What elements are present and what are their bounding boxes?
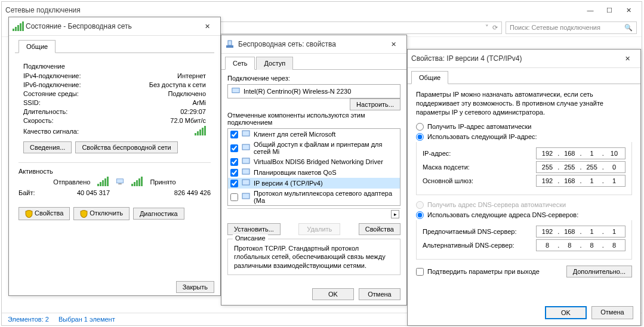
gateway-field[interactable]: 192.168.1.1 (536, 175, 625, 187)
component-item[interactable]: VirtualBox NDIS6 Bridged Networking Driv… (228, 156, 400, 167)
explorer-title: Сетевые подключения (5, 6, 581, 14)
search-input[interactable]: Поиск: Сетевые подключения 🔍 (506, 21, 637, 34)
component-properties-button[interactable]: Свойства (359, 223, 400, 235)
activity-sent-bars-icon (97, 177, 109, 187)
wifi-status-window: Состояние - Беспроводная сеть Общие Подк… (8, 17, 221, 296)
component-label: Протокол мультиплексора сетевого адаптер… (254, 190, 398, 204)
component-label: VirtualBox NDIS6 Bridged Networking Driv… (254, 158, 383, 165)
radio-dns-manual-input[interactable] (416, 211, 424, 219)
radio-dns-auto-input (416, 201, 424, 209)
component-label: Клиент для сетей Microsoft (254, 131, 335, 138)
svg-rect-10 (242, 169, 249, 174)
bytes-sent: 40 045 317 (54, 189, 133, 196)
diagnose-button[interactable]: Диагностика (133, 208, 184, 220)
cancel-button[interactable]: Отмена (359, 288, 400, 300)
component-item[interactable]: Планировщик пакетов QoS (228, 167, 400, 178)
svg-rect-7 (242, 131, 249, 136)
validate-checkbox-row[interactable]: Подтвердить параметры при выходе (416, 268, 540, 276)
minimize-button[interactable] (581, 4, 600, 17)
chevron-down-icon[interactable]: ˅ (485, 24, 489, 32)
shield-icon (25, 210, 33, 218)
radio-ip-auto[interactable]: Получить IP-адрес автоматически (416, 123, 632, 131)
media-value: Подключено (168, 90, 206, 97)
svg-rect-5 (228, 41, 232, 45)
component-item[interactable]: Протокол мультиплексора сетевого адаптер… (228, 189, 400, 205)
configure-button[interactable]: Настроить... (350, 98, 400, 110)
cancel-button[interactable]: Отмена (591, 306, 633, 319)
activity-recv-bars-icon (131, 177, 143, 187)
close-button[interactable]: Закрыть (176, 281, 214, 293)
refresh-icon[interactable]: ⟳ (492, 24, 498, 32)
component-checkbox[interactable] (230, 158, 238, 166)
ok-button[interactable]: OK (545, 306, 587, 319)
duration-value: 02:29:07 (180, 108, 206, 115)
close-icon[interactable] (384, 38, 403, 51)
radio-ip-manual-input[interactable] (416, 133, 424, 141)
description-heading: Описание (233, 235, 268, 242)
component-label: IP версии 4 (TCP/IPv4) (254, 180, 323, 187)
adapter-name-box: Intel(R) Centrino(R) Wireless-N 2230 (227, 84, 400, 98)
details-button[interactable]: Сведения... (23, 141, 72, 153)
component-checkbox[interactable] (230, 131, 238, 138)
adapter-icon (225, 39, 235, 49)
maximize-button[interactable] (600, 4, 619, 17)
component-icon (242, 144, 250, 152)
disable-button[interactable]: Отключить (73, 207, 130, 220)
svg-rect-8 (242, 144, 249, 150)
component-item[interactable]: Клиент для сетей Microsoft (228, 129, 400, 140)
close-button[interactable] (619, 4, 638, 17)
tab-access[interactable]: Доступ (256, 57, 293, 70)
component-checkbox[interactable] (230, 193, 238, 201)
tab-network[interactable]: Сеть (225, 57, 255, 70)
preferred-dns-field[interactable]: 192.168.1.1 (536, 226, 625, 237)
intro-text: Параметры IP можно назначать автоматичес… (416, 90, 632, 117)
components-listbox[interactable]: Клиент для сетей Microsoft Общий доступ … (227, 128, 400, 206)
connect-using-label: Подключение через: (227, 75, 400, 82)
ipv4-window-title: Свойства: IP версии 4 (TCP/IPv4) (411, 54, 618, 63)
adapter-name: Intel(R) Centrino(R) Wireless-N 2230 (244, 88, 351, 95)
ipv4-label: IPv4-подключение: (23, 72, 177, 79)
scroll-right-icon[interactable]: ▸ (391, 210, 399, 218)
component-icon (242, 158, 250, 166)
close-icon[interactable] (198, 20, 217, 33)
validate-checkbox[interactable] (416, 268, 424, 276)
subnet-mask-field[interactable]: 255.255.255.0 (536, 161, 625, 173)
wireless-properties-button[interactable]: Свойства беспроводной сети (75, 141, 177, 153)
alternate-dns-field[interactable]: 8.8.8.8 (536, 239, 625, 251)
ipv4-properties-window: Свойства: IP версии 4 (TCP/IPv4) Общие П… (407, 49, 641, 326)
component-item[interactable]: Драйвер протокола LLDP (Майкрософт) (228, 205, 400, 206)
tab-general[interactable]: Общие (411, 71, 448, 84)
shield-icon (80, 210, 88, 218)
advanced-button[interactable]: Дополнительно... (566, 266, 632, 277)
radio-ip-manual[interactable]: Использовать следующий IP-адрес: (416, 133, 632, 141)
search-icon: 🔍 (624, 24, 633, 32)
ok-button[interactable]: OK (312, 288, 354, 300)
svg-rect-6 (232, 88, 239, 93)
component-item[interactable]: IP версии 4 (TCP/IPv4) (228, 178, 400, 189)
install-button[interactable]: Установить... (227, 223, 281, 235)
ip-address-field[interactable]: 192.168.1.10 (536, 147, 625, 159)
svg-rect-3 (119, 184, 122, 184)
ssid-value: ArMi (192, 99, 206, 106)
radio-ip-auto-input[interactable] (416, 123, 424, 131)
radio-dns-manual[interactable]: Использовать следующие адреса DNS-сервер… (416, 211, 632, 219)
bytes-label: Байт: (19, 189, 54, 196)
dns2-label: Альтернативный DNS-сервер: (423, 242, 536, 249)
tab-general[interactable]: Общие (19, 40, 56, 53)
component-icon (242, 193, 250, 201)
component-item[interactable]: Общий доступ к файлам и принтерам для се… (228, 140, 400, 156)
ipv4-value: Интернет (177, 72, 206, 79)
component-checkbox[interactable] (230, 180, 238, 187)
component-checkbox[interactable] (230, 169, 238, 177)
activity-heading: Активность (19, 168, 211, 175)
ssid-label: SSID: (23, 99, 192, 106)
description-text: Протокол TCP/IP. Стандартный протокол гл… (234, 244, 394, 270)
status-window-title: Состояние - Беспроводная сеть (26, 22, 198, 30)
component-label: Общий доступ к файлам и принтерам для се… (254, 141, 398, 155)
close-icon[interactable] (618, 52, 637, 65)
properties-button[interactable]: Свойства (19, 207, 70, 220)
uninstall-button: Удалить (298, 223, 340, 235)
component-checkbox[interactable] (230, 144, 238, 152)
svg-rect-11 (242, 180, 249, 185)
speed-label: Скорость: (23, 117, 170, 124)
